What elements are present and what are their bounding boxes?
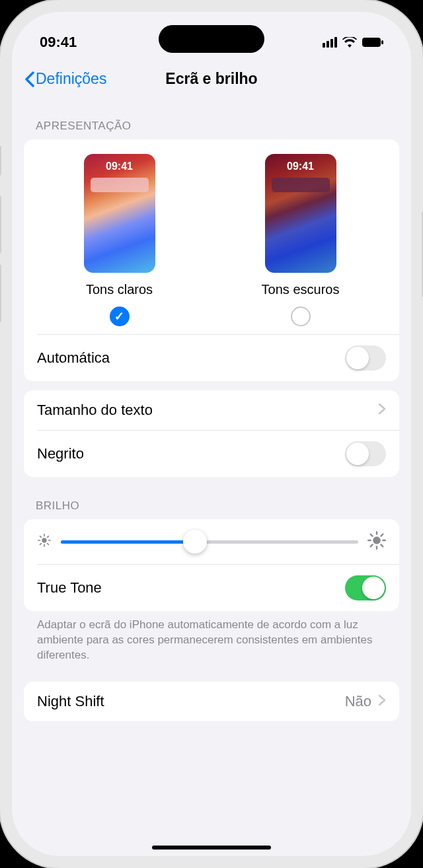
status-icons [323, 37, 383, 48]
night-shift-row[interactable]: Night Shift Não [24, 682, 399, 721]
chevron-right-icon [378, 693, 386, 710]
back-button[interactable]: Definições [24, 70, 106, 88]
chevron-left-icon [24, 71, 34, 87]
svg-line-19 [381, 534, 383, 536]
svg-line-8 [48, 544, 49, 545]
appearance-card: 09:41 Tons claros 09:41 Tons escuros [24, 139, 399, 381]
appearance-section-header: Apresentação [24, 97, 399, 139]
cellular-signal-icon [323, 37, 337, 48]
true-tone-label: True Tone [37, 579, 102, 597]
battery-icon [362, 37, 383, 48]
chevron-right-icon [378, 402, 386, 419]
page-title: Ecrã e brilho [165, 70, 257, 88]
light-preview: 09:41 [84, 154, 155, 273]
brightness-fill [61, 540, 195, 544]
text-size-row[interactable]: Tamanho do texto [24, 390, 399, 430]
nav-bar: Definições Ecrã e brilho [12, 58, 411, 97]
svg-line-9 [40, 544, 42, 545]
svg-line-16 [371, 534, 373, 536]
bold-toggle[interactable] [345, 441, 386, 466]
dark-label: Tons escuros [262, 282, 340, 297]
sun-small-icon [37, 533, 52, 550]
home-indicator[interactable] [152, 846, 271, 850]
true-tone-description: Adaptar o ecrã do iPhone automaticamente… [24, 611, 399, 663]
light-label: Tons claros [86, 282, 153, 297]
svg-rect-0 [362, 38, 381, 47]
appearance-option-light[interactable]: 09:41 Tons claros [84, 154, 155, 326]
night-shift-value: Não [345, 693, 371, 710]
status-time: 09:41 [40, 34, 77, 51]
text-size-label: Tamanho do texto [37, 402, 153, 419]
back-label: Definições [36, 70, 106, 88]
dark-radio[interactable] [291, 307, 311, 326]
volume-down-button [0, 264, 1, 322]
brightness-section-header: Brilho [24, 477, 399, 519]
svg-line-7 [40, 536, 42, 538]
wifi-icon [342, 37, 357, 48]
phone-screen: 09:41 Definições Ecrã e brilho Apr [12, 12, 411, 856]
svg-line-17 [381, 544, 383, 546]
svg-rect-1 [381, 40, 383, 44]
automatic-toggle[interactable] [345, 345, 386, 371]
brightness-card: True Tone [24, 519, 399, 611]
volume-up-button [0, 196, 1, 254]
dynamic-island [159, 25, 264, 53]
night-shift-label: Night Shift [37, 693, 104, 710]
true-tone-row[interactable]: True Tone [24, 565, 399, 611]
svg-point-2 [42, 538, 46, 542]
brightness-slider[interactable] [61, 540, 358, 544]
sun-large-icon [367, 531, 386, 552]
brightness-thumb[interactable] [183, 530, 207, 554]
svg-line-18 [371, 544, 373, 546]
text-card: Tamanho do texto Negrito [24, 390, 399, 477]
dark-preview: 09:41 [265, 154, 336, 273]
phone-frame: 09:41 Definições Ecrã e brilho Apr [0, 0, 423, 868]
svg-point-11 [373, 536, 381, 544]
appearance-option-dark[interactable]: 09:41 Tons escuros [262, 154, 340, 326]
svg-line-10 [48, 536, 49, 538]
silent-switch [0, 145, 1, 176]
bold-row[interactable]: Negrito [24, 431, 399, 477]
bold-label: Negrito [37, 445, 84, 462]
true-tone-toggle[interactable] [345, 575, 386, 600]
night-shift-card: Night Shift Não [24, 682, 399, 721]
light-radio[interactable] [110, 307, 130, 326]
automatic-label: Automática [37, 349, 110, 367]
automatic-row[interactable]: Automática [24, 335, 399, 381]
brightness-slider-row [24, 519, 399, 564]
